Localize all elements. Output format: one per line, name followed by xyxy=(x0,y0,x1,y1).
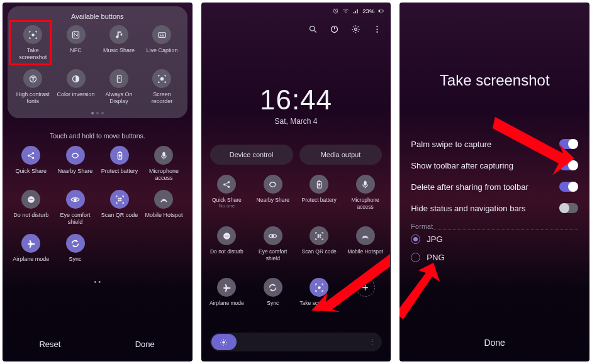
settings-button[interactable] xyxy=(350,24,360,34)
tile-record[interactable]: Screen recorder xyxy=(140,69,183,109)
caption-icon[interactable] xyxy=(152,25,171,44)
aod-icon[interactable] xyxy=(109,69,128,88)
hotspot-icon[interactable] xyxy=(154,190,173,209)
tile-screenshot[interactable]: Take screenshot xyxy=(11,25,54,65)
music-icon[interactable] xyxy=(109,25,128,44)
tile-qr[interactable]: Scan QR code xyxy=(98,190,142,230)
done-button[interactable]: Done xyxy=(98,339,193,349)
format-option-jpg[interactable]: JPG xyxy=(411,230,578,248)
share-icon[interactable] xyxy=(21,146,40,165)
qr-icon[interactable] xyxy=(310,226,328,245)
invert-icon[interactable] xyxy=(67,69,86,88)
option-row[interactable]: Delete after sharing from toolbar xyxy=(411,176,578,197)
available-buttons-panel: Available buttons Take screenshotNFCMusi… xyxy=(8,6,187,118)
nfc-icon[interactable] xyxy=(67,25,86,44)
tile-plus[interactable] xyxy=(342,278,388,326)
option-row[interactable]: Palm swipe to capture xyxy=(411,133,578,155)
tile-battery[interactable]: Protect battery xyxy=(98,146,142,186)
format-label-text: JPG xyxy=(427,234,442,244)
tile-plane[interactable]: Airplane mode xyxy=(204,278,250,326)
tile-nearby[interactable]: Nearby Share xyxy=(53,146,97,186)
radio[interactable] xyxy=(411,234,420,244)
tile-hotspot[interactable]: Mobile Hotspot xyxy=(342,226,388,274)
tile-plane[interactable]: Airplane mode xyxy=(9,234,53,274)
tile-label: Protect battery xyxy=(101,168,138,175)
option-label: Delete after sharing from toolbar xyxy=(411,182,528,192)
record-icon[interactable] xyxy=(152,69,171,88)
tile-label: Music Share xyxy=(103,47,135,54)
toggle[interactable] xyxy=(559,160,578,170)
tile-sync[interactable]: Sync xyxy=(53,234,97,274)
tile-mic[interactable]: Microphone access xyxy=(342,175,388,223)
option-label: Hide status and navigation bars xyxy=(411,204,525,213)
tile-label: Microphone access xyxy=(346,197,385,211)
dnd-icon[interactable] xyxy=(217,226,236,245)
reset-button[interactable]: Reset xyxy=(3,339,98,349)
plus-icon[interactable] xyxy=(356,278,375,297)
tile-nearby[interactable]: Nearby Share xyxy=(250,175,296,223)
tile-qr[interactable]: Scan QR code xyxy=(296,226,342,274)
more-button[interactable] xyxy=(372,24,382,34)
radio[interactable] xyxy=(411,253,420,262)
nearby-icon[interactable] xyxy=(66,146,85,165)
page-indicator xyxy=(11,109,184,117)
option-row[interactable]: Hide status and navigation bars xyxy=(411,197,578,219)
plane-icon[interactable] xyxy=(217,278,236,297)
tile-battery[interactable]: Protect battery xyxy=(296,175,342,223)
search-button[interactable] xyxy=(308,24,318,34)
tile-aod[interactable]: Always On Display xyxy=(98,69,140,109)
brightness-slider[interactable]: ⋮ xyxy=(210,333,383,351)
screenshot-icon[interactable] xyxy=(23,25,42,44)
signal-icon xyxy=(352,8,359,14)
eye-icon[interactable] xyxy=(264,226,282,245)
tile-label: Sync xyxy=(69,256,82,263)
brightness-more[interactable]: ⋮ xyxy=(369,338,376,346)
dnd-icon[interactable] xyxy=(21,190,40,209)
date: Sat, March 4 xyxy=(201,117,391,126)
power-button[interactable] xyxy=(329,24,339,34)
tile-invert[interactable]: Color inversion xyxy=(54,69,97,109)
tile-caption[interactable]: Live Caption xyxy=(140,25,183,65)
battery-icon[interactable] xyxy=(110,146,129,165)
tile-contrast[interactable]: High contrast fonts xyxy=(11,69,54,109)
battery-icon xyxy=(377,8,384,14)
tile-label: Nearby Share xyxy=(257,197,289,204)
tile-share[interactable]: Quick ShareNo one xyxy=(204,175,250,223)
tile-nfc[interactable]: NFC xyxy=(54,25,97,65)
tile-sync[interactable]: Sync xyxy=(250,278,296,326)
tile-share[interactable]: Quick Share xyxy=(9,146,53,186)
contrast-icon[interactable] xyxy=(23,69,42,88)
tile-label: Protect battery xyxy=(302,197,337,204)
tile-eye[interactable]: Eye comfort shield xyxy=(250,226,296,274)
mic-icon[interactable] xyxy=(154,146,173,165)
qr-icon[interactable] xyxy=(110,190,129,209)
format-option-png[interactable]: PNG xyxy=(411,248,578,267)
plane-icon[interactable] xyxy=(21,234,40,253)
tile-dnd[interactable]: Do not disturb xyxy=(204,226,250,274)
nearby-icon[interactable] xyxy=(264,175,282,194)
sync-icon[interactable] xyxy=(66,234,85,253)
alarm-icon xyxy=(332,8,339,14)
sync-icon[interactable] xyxy=(264,278,282,297)
share-icon[interactable] xyxy=(217,175,236,194)
media-output-button[interactable]: Media output xyxy=(299,145,383,165)
toggle[interactable] xyxy=(559,139,578,149)
done-button[interactable]: Done xyxy=(399,338,589,348)
tile-hotspot[interactable]: Mobile Hotspot xyxy=(142,190,186,230)
toggle[interactable] xyxy=(559,182,578,192)
tile-music[interactable]: Music Share xyxy=(98,25,140,65)
option-row[interactable]: Show toolbar after capturing xyxy=(411,155,578,176)
tile-mic[interactable]: Microphone access xyxy=(142,146,186,186)
tile-eye[interactable]: Eye comfort shield xyxy=(53,190,97,230)
tile-screenshot[interactable]: Take screenshot xyxy=(296,278,342,326)
brightness-thumb[interactable] xyxy=(211,334,237,350)
toggle[interactable] xyxy=(559,203,578,213)
battery-icon[interactable] xyxy=(310,175,328,194)
tile-dnd[interactable]: Do not disturb xyxy=(9,190,53,230)
eye-icon[interactable] xyxy=(66,190,85,209)
instruction-text: Touch and hold to move buttons. xyxy=(3,122,193,146)
device-control-button[interactable]: Device control xyxy=(210,145,293,165)
screenshot-icon[interactable] xyxy=(310,278,328,297)
mic-icon[interactable] xyxy=(356,175,375,194)
hotspot-icon[interactable] xyxy=(356,226,375,245)
